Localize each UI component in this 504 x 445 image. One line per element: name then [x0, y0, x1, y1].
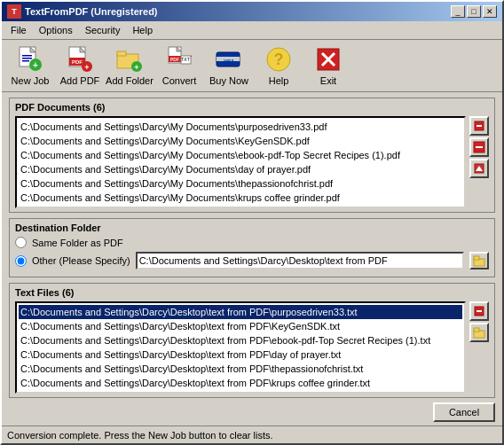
menubar: File Options Security Help — [2, 21, 502, 40]
list-item: C:\Documents and Settings\Darcy\My Docum… — [19, 148, 462, 162]
bottom-bar: Cancel — [2, 399, 502, 425]
titlebar: T TextFromPDF (Unregistered) _ □ ✕ — [2, 2, 502, 21]
list-item: C:\Documents and Settings\Darcy\My Docum… — [19, 120, 462, 134]
help-icon: ? — [264, 45, 293, 74]
menu-help[interactable]: Help — [127, 23, 158, 37]
destination-title: Destination Folder — [15, 222, 489, 233]
svg-text:+: + — [33, 60, 38, 70]
text-section-inner: C:\Documents and Settings\Darcy\Desktop\… — [15, 301, 489, 394]
list-item: C:\Documents and Settings\Darcy\Desktop\… — [19, 333, 462, 347]
add-pdf-button[interactable]: PDF + Add PDF — [57, 43, 103, 88]
list-item: C:\Documents and Settings\Darcy\Desktop\… — [19, 362, 462, 376]
same-folder-row: Same Folder as PDF — [15, 237, 489, 248]
pdf-section-title: PDF Documents (6) — [15, 102, 489, 113]
buy-now-icon: VISA — [215, 45, 243, 74]
destination-path-input[interactable] — [136, 252, 464, 269]
list-item: C:\Documents and Settings\Darcy\Desktop\… — [19, 347, 462, 362]
move-up-pdf-button[interactable] — [469, 159, 489, 178]
add-folder-label: Add Folder — [106, 75, 154, 86]
new-job-icon: + — [16, 45, 44, 74]
add-pdf-icon: PDF + — [66, 45, 94, 74]
svg-text:?: ? — [274, 51, 284, 68]
titlebar-controls: _ □ ✕ — [451, 5, 497, 18]
list-item: C:\Documents and Settings\Darcy\Desktop\… — [19, 319, 462, 333]
other-folder-label: Other (Please Specify) — [32, 255, 130, 266]
help-button[interactable]: ? Help — [256, 43, 302, 88]
exit-label: Exit — [320, 75, 336, 86]
pdf-file-list[interactable]: C:\Documents and Settings\Darcy\My Docum… — [15, 116, 466, 208]
titlebar-left: T TextFromPDF (Unregistered) — [7, 4, 158, 19]
menu-options[interactable]: Options — [34, 23, 78, 37]
new-job-button[interactable]: + New Job — [7, 43, 53, 88]
text-btn-group — [469, 301, 489, 394]
app-icon: T — [7, 4, 21, 19]
svg-rect-2 — [22, 55, 32, 57]
buy-now-label: Buy Now — [209, 75, 248, 86]
text-section-title: Text Files (6) — [15, 287, 489, 298]
svg-text:+: + — [134, 63, 138, 72]
cancel-button[interactable]: Cancel — [433, 402, 495, 422]
menu-security[interactable]: Security — [80, 23, 126, 37]
svg-rect-43 — [474, 328, 479, 332]
list-item: C:\Documents and Settings\Darcy\My Docum… — [19, 191, 462, 205]
text-section: Text Files (6) C:\Documents and Settings… — [9, 283, 495, 398]
svg-text:+: + — [84, 63, 89, 72]
list-item: C:\Documents and Settings\Darcy\My Docum… — [19, 162, 462, 176]
svg-text:PDF: PDF — [170, 57, 179, 62]
status-text: Conversion complete. Press the New Job b… — [7, 430, 273, 441]
svg-text:VISA: VISA — [224, 59, 234, 64]
status-bar: Conversion complete. Press the New Job b… — [2, 425, 502, 443]
convert-label: Convert — [162, 75, 197, 86]
destination-options: Same Folder as PDF Other (Please Specify… — [15, 237, 489, 269]
content-area: PDF Documents (6) C:\Documents and Setti… — [2, 92, 502, 399]
help-label: Help — [269, 75, 289, 86]
pdf-section: PDF Documents (6) C:\Documents and Setti… — [9, 98, 495, 213]
svg-rect-39 — [474, 256, 479, 260]
minimize-button[interactable]: _ — [451, 5, 465, 18]
other-folder-radio[interactable] — [15, 255, 27, 267]
pdf-section-inner: C:\Documents and Settings\Darcy\My Docum… — [15, 116, 489, 208]
same-folder-radio[interactable] — [15, 237, 27, 248]
window-title: TextFromPDF (Unregistered) — [25, 6, 158, 17]
pdf-btn-group — [469, 116, 489, 208]
buy-now-button[interactable]: VISA Buy Now — [206, 43, 252, 88]
add-folder-icon: + — [115, 45, 144, 74]
menu-file[interactable]: File — [5, 23, 32, 37]
svg-text:PDF: PDF — [72, 59, 83, 65]
main-window: T TextFromPDF (Unregistered) _ □ ✕ File … — [0, 0, 504, 445]
remove-all-pdf-button[interactable] — [469, 137, 489, 157]
new-job-label: New Job — [12, 75, 50, 86]
browse-text-button[interactable] — [469, 323, 489, 342]
list-item: C:\Documents and Settings\Darcy\My Docum… — [19, 176, 462, 191]
same-folder-label: Same Folder as PDF — [32, 238, 123, 248]
remove-text-button[interactable] — [469, 301, 489, 321]
toolbar: + New Job PDF + Add PDF — [2, 40, 502, 92]
convert-button[interactable]: PDF → TXT Convert — [156, 43, 202, 88]
list-item: C:\Documents and Settings\Darcy\My Docum… — [19, 134, 462, 148]
text-file-list[interactable]: C:\Documents and Settings\Darcy\Desktop\… — [15, 301, 466, 394]
browse-button[interactable] — [469, 252, 489, 269]
svg-rect-4 — [22, 60, 29, 62]
destination-section: Destination Folder Same Folder as PDF Ot… — [9, 218, 495, 277]
list-item[interactable]: C:\Documents and Settings\Darcy\Desktop\… — [19, 305, 462, 319]
svg-text:TXT: TXT — [181, 57, 189, 62]
remove-pdf-button[interactable] — [469, 116, 489, 136]
maximize-button[interactable]: □ — [467, 5, 481, 18]
exit-button[interactable]: Exit — [305, 43, 351, 88]
svg-rect-14 — [117, 51, 126, 56]
convert-icon: PDF → TXT — [165, 45, 193, 74]
svg-rect-3 — [22, 58, 32, 59]
close-button[interactable]: ✕ — [483, 5, 497, 18]
exit-icon — [314, 45, 343, 74]
list-item: C:\Documents and Settings\Darcy\Desktop\… — [19, 376, 462, 390]
add-pdf-label: Add PDF — [60, 75, 100, 86]
add-folder-button[interactable]: + Add Folder — [106, 43, 153, 88]
other-folder-row: Other (Please Specify) — [15, 252, 489, 269]
